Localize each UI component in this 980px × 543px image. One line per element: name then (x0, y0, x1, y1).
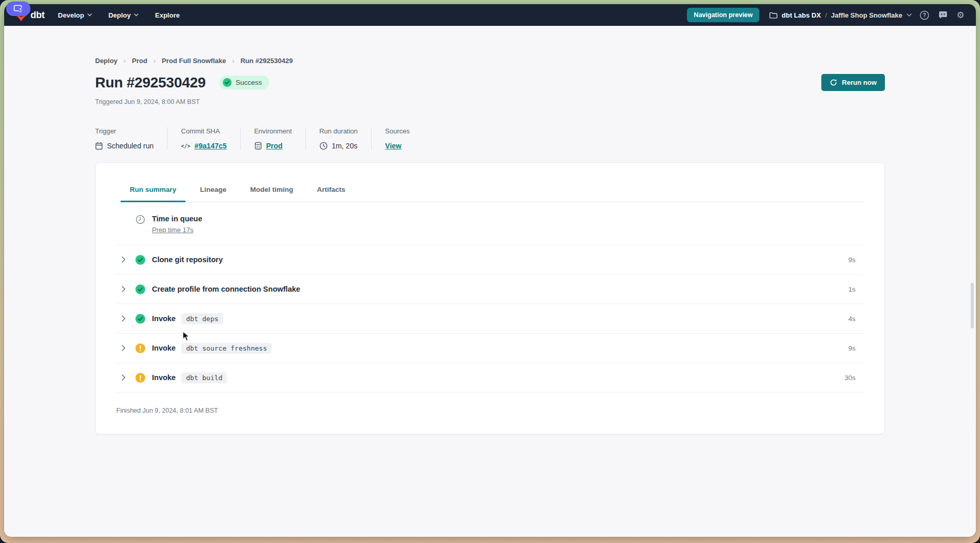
navbar-right: Navigation preview dbt Labs DX / Jaffle … (687, 8, 966, 22)
step-invoke-dbt-source-freshness[interactable]: Invoke dbt source freshness 9s (116, 334, 864, 363)
finished-timestamp: Finished Jun 9, 2024, 8:01 AM BST (116, 393, 864, 434)
chevron-right-icon[interactable] (121, 345, 131, 351)
tab-model-timing[interactable]: Model timing (241, 180, 302, 202)
run-metadata: Trigger Scheduled run Commit SHA (95, 127, 885, 150)
step-duration: 9s (848, 256, 855, 264)
meta-sources: Sources View (385, 127, 423, 150)
step-duration: 1s (848, 285, 855, 293)
feedback-icon (938, 11, 948, 20)
calendar-icon (95, 142, 103, 150)
svg-text:?: ? (923, 12, 926, 18)
run-summary-card: Run summary Lineage Model timing Artifac… (95, 162, 885, 434)
chevron-right-icon[interactable] (121, 257, 131, 263)
clock-icon (319, 142, 328, 150)
prep-time-link[interactable]: Prep time 17s (152, 226, 193, 234)
step-duration: 4s (848, 315, 855, 323)
meta-run-duration: Run duration 1m, 20s (319, 127, 372, 150)
time-in-queue-row: Time in queue Prep time 17s (116, 202, 864, 245)
scrollbar-thumb[interactable] (971, 283, 974, 328)
chevron-down-icon (134, 13, 139, 17)
settings-button[interactable]: ⚙ (956, 10, 966, 21)
top-navbar: dbt Develop Deploy Explore Navigation pr… (4, 4, 976, 26)
gear-icon: ⚙ (957, 11, 964, 20)
step-label: Invoke (152, 344, 176, 352)
step-duration: 30s (845, 374, 855, 382)
step-command: dbt source freshness (181, 343, 272, 354)
meta-environment: Environment Prod (254, 127, 306, 150)
step-label: Clone git repository (152, 255, 223, 264)
refresh-icon (830, 79, 837, 86)
trigger-value: Scheduled run (107, 142, 154, 150)
main-menu: Develop Deploy Explore (58, 11, 180, 19)
environment-link[interactable]: Prod (266, 142, 283, 150)
breadcrumb: Deploy › Prod › Prod Full Snowflake › Ru… (95, 26, 885, 65)
tab-lineage[interactable]: Lineage (191, 180, 236, 202)
step-create-profile[interactable]: Create profile from connection Snowflake… (116, 275, 864, 304)
queue-clock-icon (135, 215, 146, 224)
warning-icon (135, 373, 146, 383)
help-icon: ? (920, 10, 929, 20)
status-badge: Success (219, 76, 269, 89)
step-invoke-dbt-build[interactable]: Invoke dbt build 30s (116, 363, 864, 393)
rerun-now-button[interactable]: Rerun now (821, 74, 885, 91)
meta-commit-sha: Commit SHA </> #9a147c5 (181, 127, 240, 150)
breadcrumb-job[interactable]: Prod Full Snowflake (162, 57, 226, 65)
step-clone-git-repository[interactable]: Clone git repository 9s (116, 245, 864, 275)
code-icon: </> (181, 143, 190, 149)
help-button[interactable]: ? (918, 9, 930, 21)
breadcrumb-separator: › (154, 57, 156, 65)
breadcrumb-separator: › (232, 57, 234, 65)
project-selector[interactable]: dbt Labs DX / Jaffle Shop Snowflake (769, 11, 911, 19)
success-icon (135, 255, 146, 265)
context-separator: / (825, 11, 827, 19)
tab-run-summary[interactable]: Run summary (120, 180, 186, 202)
menu-explore[interactable]: Explore (155, 11, 180, 19)
navigation-preview-button[interactable]: Navigation preview (687, 8, 759, 22)
chevron-right-icon[interactable] (121, 286, 131, 292)
chevron-down-icon (87, 13, 92, 17)
step-command: dbt build (181, 372, 227, 383)
breadcrumb-current-run: Run #292530429 (240, 57, 293, 65)
app-window: dbt Develop Deploy Explore Navigation pr… (4, 4, 976, 537)
commit-sha-link[interactable]: #9a147c5 (194, 142, 226, 150)
breadcrumb-deploy[interactable]: Deploy (95, 57, 117, 65)
chevron-down-icon (907, 13, 912, 17)
success-check-icon (223, 78, 232, 87)
page-body: Deploy › Prod › Prod Full Snowflake › Ru… (4, 26, 976, 537)
run-duration-value: 1m, 20s (332, 142, 358, 150)
feedback-button[interactable] (937, 10, 949, 21)
step-command: dbt deps (181, 313, 223, 324)
step-duration: 9s (848, 344, 855, 352)
tab-sharing-indicator[interactable] (6, 2, 30, 16)
account-name: dbt Labs DX (782, 11, 821, 19)
folder-icon (769, 11, 777, 19)
meta-trigger: Trigger Scheduled run (95, 127, 167, 150)
step-invoke-dbt-deps[interactable]: Invoke dbt deps 4s (116, 304, 864, 334)
project-name: Jaffle Shop Snowflake (831, 11, 902, 19)
chevron-right-icon[interactable] (121, 315, 131, 322)
step-label: Invoke (152, 314, 176, 323)
queue-title: Time in queue (152, 215, 202, 223)
database-icon (254, 142, 262, 150)
success-icon (135, 314, 146, 324)
warning-icon (135, 343, 146, 353)
breadcrumb-separator: › (124, 57, 126, 65)
screen-share-icon (13, 5, 24, 13)
step-label: Invoke (152, 373, 176, 382)
breadcrumb-prod[interactable]: Prod (132, 57, 147, 65)
success-icon (135, 284, 146, 294)
triggered-timestamp: Triggered Jun 9, 2024, 8:00 AM BST (95, 98, 885, 105)
tab-bar: Run summary Lineage Model timing Artifac… (120, 163, 864, 202)
tab-artifacts[interactable]: Artifacts (308, 180, 355, 202)
menu-deploy[interactable]: Deploy (109, 11, 139, 19)
chevron-right-icon[interactable] (121, 374, 131, 381)
page-title: Run #292530429 (95, 74, 206, 91)
step-label: Create profile from connection Snowflake (152, 285, 300, 293)
sources-view-link[interactable]: View (385, 142, 402, 150)
status-label: Success (236, 79, 262, 86)
menu-develop[interactable]: Develop (58, 11, 92, 19)
brand-wordmark: dbt (30, 10, 44, 21)
title-row: Run #292530429 Success Rerun now (95, 74, 885, 91)
